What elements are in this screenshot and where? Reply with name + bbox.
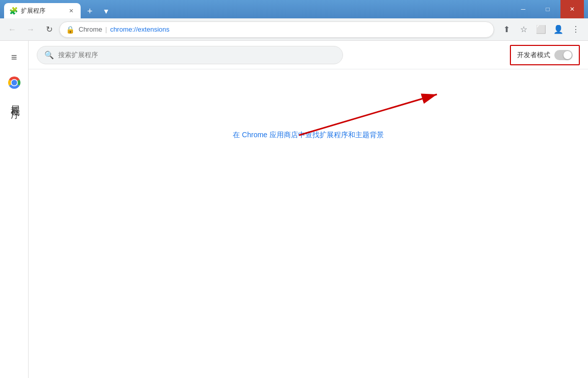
reload-button[interactable]: ↻ <box>41 21 57 38</box>
empty-state: 在 Chrome 应用商店中查找扩展程序和主题背景 <box>29 69 588 140</box>
window-controls: ─ □ ✕ <box>511 0 584 18</box>
main-layout: ≡ 展程序 🔍 <box>0 41 588 378</box>
address-brand: Chrome <box>79 26 102 33</box>
content-area: 🔍 开发者模式 在 Chrome 应用商店中查找扩展程序和主题背景 <box>29 41 588 378</box>
address-bar[interactable]: 🔒 Chrome | chrome://extensions <box>59 21 494 38</box>
svg-point-2 <box>11 80 17 86</box>
developer-mode-label: 开发者模式 <box>517 51 550 60</box>
omnibox-bar: ← → ↻ 🔒 Chrome | chrome://extensions ⬆ ☆… <box>0 18 588 41</box>
address-url: chrome://extensions <box>110 26 169 33</box>
tab-extension-icon: 🧩 <box>9 7 18 15</box>
tab-area: 🧩 扩展程序 ✕ + ▼ <box>4 0 511 18</box>
tab-title: 扩展程序 <box>21 7 63 15</box>
search-container: 🔍 <box>37 46 343 64</box>
title-bar: 🧩 扩展程序 ✕ + ▼ ─ □ ✕ <box>0 0 588 18</box>
address-text: Chrome | chrome://extensions <box>79 26 169 33</box>
back-button[interactable]: ← <box>4 21 20 38</box>
tabs-button[interactable]: ⬜ <box>533 21 549 38</box>
share-button[interactable]: ⬆ <box>498 21 514 38</box>
active-tab[interactable]: 🧩 扩展程序 ✕ <box>4 3 81 18</box>
developer-mode-area: 开发者模式 <box>510 45 580 65</box>
sidebar-menu-button[interactable]: ≡ <box>4 47 24 67</box>
chrome-logo <box>5 73 23 92</box>
secure-icon: 🔒 <box>66 26 75 34</box>
tab-list-button[interactable]: ▼ <box>99 4 113 18</box>
maximize-button[interactable]: □ <box>536 0 559 18</box>
forward-button[interactable]: → <box>22 21 39 38</box>
developer-mode-box: 开发者模式 <box>510 45 580 65</box>
bookmark-button[interactable]: ☆ <box>516 21 532 38</box>
chrome-store-link[interactable]: 在 Chrome 应用商店中查找扩展程序和主题背景 <box>233 131 384 140</box>
tab-close-button[interactable]: ✕ <box>66 6 76 15</box>
minimize-button[interactable]: ─ <box>511 0 535 18</box>
search-bar[interactable]: 🔍 <box>37 46 343 64</box>
profile-button[interactable]: 👤 <box>550 21 567 38</box>
sidebar: ≡ 展程序 <box>0 41 29 378</box>
address-divider: | <box>105 26 107 33</box>
page-title: 展程序 <box>10 98 21 104</box>
close-button[interactable]: ✕ <box>560 0 584 18</box>
developer-mode-toggle[interactable] <box>554 50 573 60</box>
search-icon: 🔍 <box>44 51 54 60</box>
search-input[interactable] <box>58 51 335 59</box>
omnibox-actions: ⬆ ☆ ⬜ 👤 ⋮ <box>498 21 584 38</box>
content-toolbar: 🔍 开发者模式 <box>29 41 588 69</box>
menu-button[interactable]: ⋮ <box>568 21 584 38</box>
new-tab-button[interactable]: + <box>83 4 97 18</box>
